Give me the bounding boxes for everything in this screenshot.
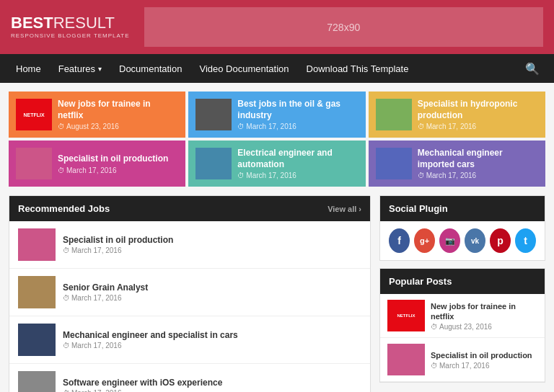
featured-date-3: ⏱ March 17, 2016 (58, 166, 168, 174)
clock-icon: ⏱ (237, 122, 245, 130)
logo-subtitle: RESPONSIVE BLOGGER TEMPLATE (11, 32, 130, 39)
featured-grid: NETFLIX New jobs for trainee in netflix … (0, 83, 554, 195)
featured-title-3: Specialist in oil production (58, 153, 168, 165)
featured-thumb-2 (376, 99, 412, 130)
pinterest-button[interactable]: p (490, 228, 511, 253)
featured-thumb-0: NETFLIX (16, 99, 52, 130)
recommended-jobs-header: Recommended Jobs View all › (9, 196, 370, 221)
right-column: Social Plugin f g+ 📷 vk p t Popular Post… (379, 195, 545, 392)
job-thumb-1 (18, 276, 56, 308)
clock-icon: ⏱ (63, 246, 70, 254)
clock-icon: ⏱ (418, 172, 425, 179)
popular-posts-title: Popular Posts (380, 269, 545, 294)
clock-icon: ⏱ (58, 166, 65, 174)
search-icon[interactable]: 🔍 (518, 62, 547, 76)
vk-button[interactable]: vk (465, 228, 485, 253)
job-title-1: Senior Grain Analyst (63, 282, 148, 293)
featured-card-4[interactable]: Electrical engineer and automation ⏱ Mar… (188, 141, 365, 187)
featured-card-2[interactable]: Specialist in hydroponic production ⏱ Ma… (369, 92, 545, 138)
clock-icon: ⏱ (431, 323, 438, 331)
main-content: Recommended Jobs View all › Specialist i… (0, 195, 554, 392)
job-info-0: Specialist in oil production ⏱ March 17,… (63, 235, 173, 254)
job-thumb-3 (18, 371, 56, 392)
social-icons: f g+ 📷 vk p t (380, 221, 545, 260)
site-logo[interactable]: BESTRESULT RESPONSIVE BLOGGER TEMPLATE (11, 15, 130, 39)
chevron-down-icon: ▾ (98, 65, 102, 73)
job-title-0: Specialist in oil production (63, 235, 173, 245)
recommended-jobs-title: Recommended Jobs (18, 203, 110, 214)
featured-thumb-5 (376, 148, 412, 179)
featured-thumb-4 (195, 148, 232, 179)
job-list: Specialist in oil production ⏱ March 17,… (9, 221, 370, 392)
job-title-2: Mechanical engineer and specialist in ca… (63, 330, 238, 340)
left-column: Recommended Jobs View all › Specialist i… (9, 195, 371, 392)
job-date-0: ⏱ March 17, 2016 (63, 246, 173, 254)
featured-thumb-3 (16, 148, 52, 179)
featured-card-0[interactable]: NETFLIX New jobs for trainee in netflix … (9, 92, 185, 138)
featured-thumb-1 (195, 99, 232, 130)
job-date-3: ⏱ March 17, 2016 (63, 389, 222, 392)
popular-date-0: ⏱ August 23, 2016 (431, 323, 537, 331)
nav-video-documentation[interactable]: Video Documentation (190, 54, 297, 83)
featured-card-3[interactable]: Specialist in oil production ⏱ March 17,… (9, 141, 185, 187)
instagram-button[interactable]: 📷 (439, 228, 460, 253)
clock-icon: ⏱ (237, 172, 245, 179)
twitter-button[interactable]: t (515, 228, 536, 253)
popular-posts-card: Popular Posts NETFLIX New jobs for train… (379, 268, 545, 383)
featured-title-2: Specialist in hydroponic production (418, 99, 538, 121)
featured-content-3: Specialist in oil production ⏱ March 17,… (58, 153, 168, 174)
site-header: BESTRESULT RESPONSIVE BLOGGER TEMPLATE 7… (0, 0, 554, 54)
job-title-3: Software engineer with iOS experience (63, 378, 222, 388)
featured-date-5: ⏱ March 17, 2016 (418, 172, 538, 179)
clock-icon: ⏱ (58, 122, 65, 130)
clock-icon: ⏱ (63, 342, 70, 349)
facebook-button[interactable]: f (389, 228, 410, 253)
job-info-3: Software engineer with iOS experience ⏱ … (63, 378, 222, 392)
nav-download-template[interactable]: Download This Template (298, 54, 418, 83)
popular-title-1: Specialist in oil production (431, 350, 532, 360)
featured-title-4: Electrical engineer and automation (237, 148, 358, 170)
navigation: Home Features ▾ Documentation Video Docu… (0, 54, 554, 83)
job-info-2: Mechanical engineer and specialist in ca… (63, 330, 238, 349)
googleplus-button[interactable]: g+ (414, 228, 435, 253)
logo-normal: RESULT (53, 14, 115, 32)
featured-content-2: Specialist in hydroponic production ⏱ Ma… (418, 99, 538, 130)
clock-icon: ⏱ (63, 294, 70, 302)
nav-home[interactable]: Home (7, 54, 50, 83)
featured-date-0: ⏱ August 23, 2016 (58, 122, 178, 130)
featured-title-0: New jobs for trainee in netflix (58, 99, 178, 121)
featured-title-1: Best jobs in the oil & gas industry (237, 99, 358, 121)
logo-bold: BEST (11, 14, 53, 32)
featured-card-5[interactable]: Mechanical engineer imported cars ⏱ Marc… (369, 141, 545, 187)
job-item-3[interactable]: Software engineer with iOS experience ⏱ … (9, 364, 370, 392)
clock-icon: ⏱ (63, 389, 70, 392)
job-item-2[interactable]: Mechanical engineer and specialist in ca… (9, 316, 370, 364)
featured-date-4: ⏱ March 17, 2016 (237, 172, 358, 179)
job-date-1: ⏱ March 17, 2016 (63, 294, 148, 302)
popular-info-0: New jobs for trainee in netflix ⏱ August… (431, 301, 537, 331)
popular-item-1[interactable]: Specialist in oil production ⏱ March 17,… (380, 338, 545, 382)
featured-date-1: ⏱ March 17, 2016 (237, 122, 358, 130)
popular-info-1: Specialist in oil production ⏱ March 17,… (431, 350, 532, 370)
popular-thumb-0: NETFLIX (387, 300, 425, 331)
social-plugin-card: Social Plugin f g+ 📷 vk p t (379, 195, 545, 261)
featured-content-0: New jobs for trainee in netflix ⏱ August… (58, 99, 178, 130)
featured-content-5: Mechanical engineer imported cars ⏱ Marc… (418, 148, 538, 179)
clock-icon: ⏱ (418, 122, 425, 130)
popular-item-0[interactable]: NETFLIX New jobs for trainee in netflix … (380, 294, 545, 338)
recommended-jobs-card: Recommended Jobs View all › Specialist i… (9, 195, 371, 392)
featured-content-1: Best jobs in the oil & gas industry ⏱ Ma… (237, 99, 358, 130)
job-thumb-2 (18, 324, 56, 356)
featured-card-1[interactable]: Best jobs in the oil & gas industry ⏱ Ma… (188, 92, 365, 138)
ad-banner: 728x90 (144, 7, 543, 47)
job-item-1[interactable]: Senior Grain Analyst ⏱ March 17, 2016 (9, 269, 370, 316)
featured-date-2: ⏱ March 17, 2016 (418, 122, 538, 130)
social-plugin-title: Social Plugin (380, 196, 545, 221)
job-date-2: ⏱ March 17, 2016 (63, 342, 238, 349)
job-thumb-0 (18, 228, 56, 261)
nav-features[interactable]: Features ▾ (50, 54, 110, 83)
job-item-0[interactable]: Specialist in oil production ⏱ March 17,… (9, 221, 370, 269)
view-all-link[interactable]: View all › (327, 205, 361, 213)
nav-documentation[interactable]: Documentation (110, 54, 190, 83)
featured-title-5: Mechanical engineer imported cars (418, 148, 538, 170)
